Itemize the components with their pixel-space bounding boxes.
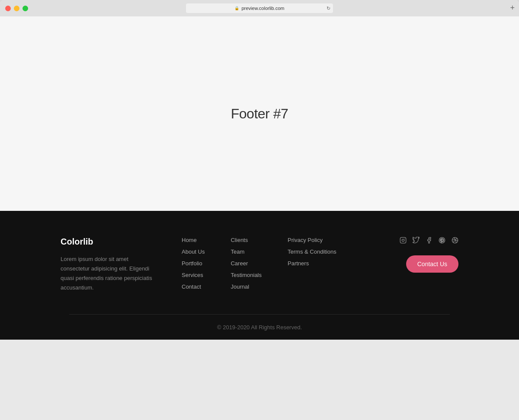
browser-titlebar: 🔒 preview.colorlib.com ↻ + xyxy=(0,0,519,16)
url-text: preview.colorlib.com xyxy=(241,6,284,11)
maximize-button[interactable] xyxy=(22,6,28,11)
lock-icon: 🔒 xyxy=(234,6,239,10)
svg-point-1 xyxy=(402,239,404,241)
nav-link-team[interactable]: Team xyxy=(231,248,262,255)
footer-navigation: Home About Us Portfolio Services Contact… xyxy=(182,237,368,293)
nav-link-terms[interactable]: Terms & Conditions xyxy=(288,248,336,255)
svg-rect-0 xyxy=(400,237,406,243)
pinterest-icon[interactable] xyxy=(439,237,445,245)
minimize-button[interactable] xyxy=(14,6,19,11)
nav-link-journal[interactable]: Journal xyxy=(231,283,262,290)
svg-point-2 xyxy=(404,239,405,239)
browser-window: 🔒 preview.colorlib.com ↻ + Footer #7 Col… xyxy=(0,0,519,420)
browser-window-controls xyxy=(5,6,28,11)
instagram-icon[interactable] xyxy=(400,237,407,245)
nav-link-contact[interactable]: Contact xyxy=(182,283,205,290)
close-button[interactable] xyxy=(5,6,11,11)
nav-link-career[interactable]: Career xyxy=(231,260,262,267)
facebook-icon[interactable] xyxy=(426,237,432,245)
footer-inner: Colorlib Lorem ipsum dolor sit amet cons… xyxy=(52,237,467,340)
nav-link-home[interactable]: Home xyxy=(182,237,205,243)
dribbble-icon[interactable] xyxy=(452,237,458,245)
footer-bottom: © 2019-2020 All Rights Reserved. xyxy=(61,315,458,340)
footer-top: Colorlib Lorem ipsum dolor sit amet cons… xyxy=(61,237,458,314)
nav-link-services[interactable]: Services xyxy=(182,272,205,278)
footer: Colorlib Lorem ipsum dolor sit amet cons… xyxy=(0,211,519,340)
brand-description: Lorem ipsum dolor sit amet consectetur a… xyxy=(61,255,156,293)
brand-name: Colorlib xyxy=(61,237,156,247)
social-icons xyxy=(400,237,458,245)
nav-link-testimonials[interactable]: Testimonials xyxy=(231,272,262,278)
refresh-icon[interactable]: ↻ xyxy=(327,6,330,11)
nav-link-clients[interactable]: Clients xyxy=(231,237,262,243)
nav-link-privacy[interactable]: Privacy Policy xyxy=(288,237,336,243)
page-content-area: Footer #7 xyxy=(0,16,519,211)
footer-right: Contact Us xyxy=(394,237,458,293)
nav-col-3: Privacy Policy Terms & Conditions Partne… xyxy=(288,237,336,293)
nav-link-partners[interactable]: Partners xyxy=(288,260,336,267)
copyright-text: © 2019-2020 All Rights Reserved. xyxy=(217,324,302,331)
new-tab-button[interactable]: + xyxy=(510,3,515,13)
contact-us-button[interactable]: Contact Us xyxy=(406,255,458,273)
nav-link-about[interactable]: About Us xyxy=(182,248,205,255)
address-bar[interactable]: 🔒 preview.colorlib.com ↻ xyxy=(186,3,333,13)
nav-col-2: Clients Team Career Testimonials Journal xyxy=(231,237,262,293)
nav-link-portfolio[interactable]: Portfolio xyxy=(182,260,205,267)
footer-brand: Colorlib Lorem ipsum dolor sit amet cons… xyxy=(61,237,156,293)
page-title: Footer #7 xyxy=(231,106,288,122)
twitter-icon[interactable] xyxy=(413,237,420,245)
nav-col-1: Home About Us Portfolio Services Contact xyxy=(182,237,205,293)
